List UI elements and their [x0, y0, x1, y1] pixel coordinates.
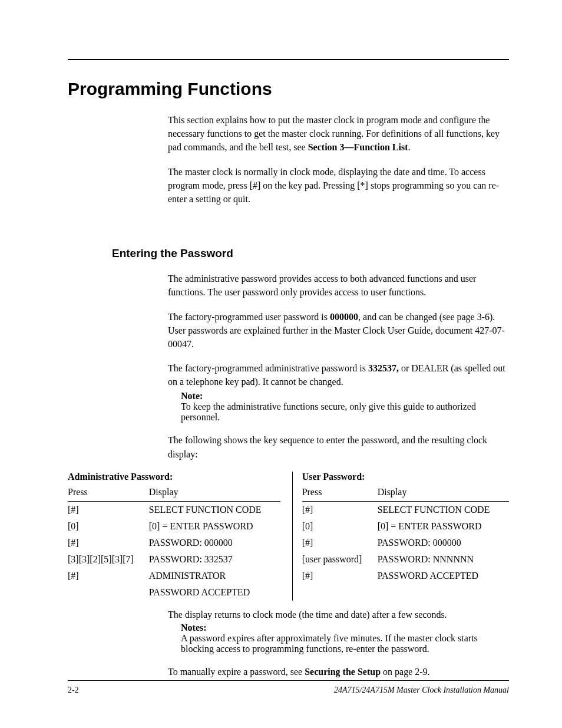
after-p2: To manually expire a password, see Secur…	[168, 665, 509, 678]
table-row: [#]SELECT FUNCTION CODE	[302, 501, 509, 518]
intro-p1-bold: Section 3—Function List	[308, 142, 408, 152]
cell-press: [user password]	[302, 551, 378, 568]
footer-page-number: 2-2	[68, 686, 79, 695]
cell-press: [#]	[68, 501, 149, 518]
cell-display: [0] = ENTER PASSWORD	[378, 518, 509, 535]
pw-p4: The following shows the key sequence to …	[168, 433, 509, 460]
pw-p2: The factory-programmed user password is …	[168, 310, 509, 351]
entering-password-heading: Entering the Password	[112, 247, 509, 260]
pw-p2-bold: 000000	[330, 312, 358, 322]
th-press: Press	[302, 487, 378, 502]
after-p2a: To manually expire a password, see	[168, 667, 305, 677]
table-row: [user password]PASSWORD: NNNNNN	[302, 551, 509, 568]
cell-display: SELECT FUNCTION CODE	[149, 501, 280, 518]
intro-p2: The master clock is normally in clock mo…	[168, 165, 509, 206]
cell-display: PASSWORD: 332537	[149, 551, 280, 568]
password-tables: Administrative Password: Press Display […	[68, 472, 509, 601]
after-p2-bold: Securing the Setup	[305, 667, 381, 677]
pw-p1: The administrative password provides acc…	[168, 272, 509, 299]
cell-display: PASSWORD: NNNNNN	[378, 551, 509, 568]
footer-manual-title: 24A715/24A715M Master Clock Installation…	[334, 686, 509, 695]
cell-display: PASSWORD: 000000	[149, 535, 280, 551]
page-footer: 2-2 24A715/24A715M Master Clock Installa…	[68, 680, 509, 695]
cell-press: [0]	[68, 518, 149, 535]
pw-p3-bold: 332537,	[368, 363, 399, 373]
table-row: [0][0] = ENTER PASSWORD	[68, 518, 280, 535]
cell-display: SELECT FUNCTION CODE	[378, 501, 509, 518]
user-title: User Password:	[302, 472, 509, 482]
table-row: PASSWORD ACCEPTED	[68, 584, 280, 601]
th-press: Press	[68, 487, 149, 502]
intro-p1b: .	[408, 142, 411, 152]
after-p2b: on page 2-9.	[381, 667, 430, 677]
table-row: [0][0] = ENTER PASSWORD	[302, 518, 509, 535]
cell-display: PASSWORD: 000000	[378, 535, 509, 551]
cell-press: [#]	[302, 535, 378, 551]
admin-table: Press Display [#]SELECT FUNCTION CODE[0]…	[68, 487, 280, 601]
th-display: Display	[378, 487, 509, 502]
cell-press: [#]	[68, 535, 149, 551]
th-display: Display	[149, 487, 280, 502]
cell-press: [0]	[302, 518, 378, 535]
note-label: Note:	[181, 391, 509, 401]
cell-press: [#]	[302, 568, 378, 584]
cell-display: ADMINISTRATOR	[149, 568, 280, 584]
after-p1: The display returns to clock mode (the t…	[168, 608, 509, 621]
admin-title: Administrative Password:	[68, 472, 280, 482]
cell-press	[68, 584, 149, 601]
table-row: [#]SELECT FUNCTION CODE	[68, 501, 280, 518]
pw-p3a: The factory-programmed administrative pa…	[168, 363, 368, 373]
table-row: [3][3][2][5][3][7]PASSWORD: 332537	[68, 551, 280, 568]
notes-text: A password expires after approximately f…	[181, 633, 478, 654]
note-text: To keep the administrative functions sec…	[181, 401, 476, 422]
user-table: Press Display [#]SELECT FUNCTION CODE[0]…	[302, 487, 509, 584]
notes-label: Notes:	[181, 622, 509, 633]
cell-display: PASSWORD ACCEPTED	[149, 584, 280, 601]
cell-display: [0] = ENTER PASSWORD	[149, 518, 280, 535]
cell-press: [3][3][2][5][3][7]	[68, 551, 149, 568]
table-row: [#]PASSWORD ACCEPTED	[302, 568, 509, 584]
table-row: [#]ADMINISTRATOR	[68, 568, 280, 584]
cell-press: [#]	[68, 568, 149, 584]
pw-p2a: The factory-programmed user password is	[168, 312, 330, 322]
main-heading: Programming Functions	[68, 79, 509, 99]
intro-p1: This section explains how to put the mas…	[168, 113, 509, 154]
pw-p3: The factory-programmed administrative pa…	[168, 361, 509, 388]
table-row: [#]PASSWORD: 000000	[68, 535, 280, 551]
table-row: [#]PASSWORD: 000000	[302, 535, 509, 551]
cell-press: [#]	[302, 501, 378, 518]
cell-display: PASSWORD ACCEPTED	[378, 568, 509, 584]
